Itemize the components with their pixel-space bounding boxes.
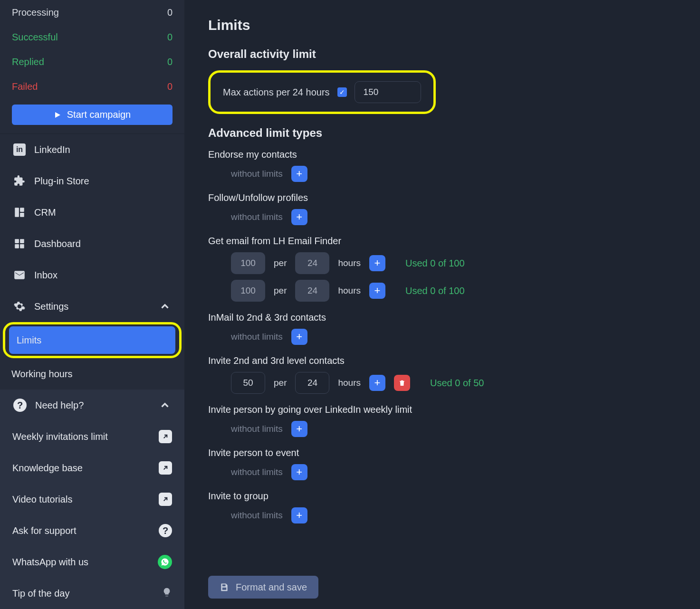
svg-rect-2	[20, 213, 24, 217]
add-limit-button[interactable]: +	[291, 507, 307, 523]
stat-processing: Processing 0	[12, 0, 173, 25]
sidebar: Processing 0 Successful 0 Replied 0 Fail…	[0, 0, 184, 609]
help-tip[interactable]: Tip of the day	[0, 578, 184, 609]
limit-per-input[interactable]	[295, 280, 329, 302]
sub-working-hours[interactable]: Working hours	[0, 358, 184, 390]
limit-follow: Follow/Unfollow profiles without limits …	[208, 192, 676, 225]
nav-inbox[interactable]: Inbox	[0, 259, 184, 291]
limit-count-input[interactable]	[231, 252, 265, 274]
nav-need-help[interactable]: ? Need help?	[0, 390, 184, 421]
stat-failed: Failed 0	[12, 74, 173, 99]
mail-icon	[13, 269, 26, 281]
add-limit-button[interactable]: +	[291, 166, 307, 182]
highlight-limits: Limits	[3, 322, 182, 358]
svg-rect-4	[20, 239, 24, 243]
add-limit-button[interactable]: +	[291, 421, 307, 437]
sub-limits[interactable]: Limits	[9, 326, 175, 354]
linkedin-icon: in	[13, 143, 26, 156]
gear-icon	[13, 300, 26, 313]
overall-heading: Overall activity limit	[208, 48, 676, 61]
start-campaign-button[interactable]: Start campaign	[12, 105, 173, 125]
svg-rect-1	[20, 208, 24, 212]
add-limit-button[interactable]: +	[369, 255, 385, 271]
help-ask-support[interactable]: Ask for support ?	[0, 515, 184, 546]
help-video-tutorials[interactable]: Video tutorials	[0, 484, 184, 515]
chevron-up-icon	[159, 399, 171, 411]
dashboard-icon	[13, 238, 26, 250]
chevron-up-icon	[159, 300, 171, 313]
limit-count-input[interactable]	[231, 280, 265, 302]
external-link-icon	[159, 461, 172, 475]
limit-inmail: InMail to 2nd & 3rd contacts without lim…	[208, 312, 676, 345]
add-limit-button[interactable]: +	[369, 375, 385, 391]
limit-invite-23: Invite 2nd and 3rd level contacts per ho…	[208, 355, 676, 394]
play-icon	[54, 111, 61, 119]
limit-email-finder: Get email from LH Email Finder per hours…	[208, 236, 676, 302]
limit-per-input[interactable]	[295, 252, 329, 274]
page-title: Limits	[208, 17, 676, 33]
limit-invite-event: Invite person to event without limits +	[208, 447, 676, 480]
trash-icon	[398, 379, 406, 387]
external-link-icon	[159, 430, 172, 443]
limit-invite-group: Invite to group without limits +	[208, 491, 676, 523]
limit-endorse: Endorse my contacts without limits +	[208, 149, 676, 182]
limit-count-input[interactable]	[231, 372, 265, 394]
svg-rect-6	[20, 244, 24, 248]
svg-rect-5	[15, 244, 19, 248]
used-text: Used 0 of 100	[405, 258, 465, 269]
stat-successful: Successful 0	[12, 25, 173, 49]
add-limit-button[interactable]: +	[291, 209, 307, 225]
question-icon: ?	[13, 399, 27, 412]
save-bar: Format and save	[208, 576, 318, 599]
limit-invite-weekly: Invite person by going over LinkedIn wee…	[208, 404, 676, 437]
nav-plugin-store[interactable]: Plug-in Store	[0, 165, 184, 197]
add-limit-button[interactable]: +	[291, 464, 307, 480]
overall-limit-label: Max actions per 24 hours	[223, 87, 330, 98]
stats-block: Processing 0 Successful 0 Replied 0 Fail…	[0, 0, 184, 99]
bulb-icon	[162, 587, 172, 600]
help-section: ? Need help? Weekly invitations limit Kn…	[0, 390, 184, 609]
format-save-button[interactable]: Format and save	[208, 576, 318, 599]
external-link-icon	[159, 493, 172, 506]
crm-icon	[13, 206, 26, 219]
help-knowledge-base[interactable]: Knowledge base	[0, 452, 184, 484]
svg-rect-3	[15, 239, 19, 243]
overall-limit-input[interactable]	[355, 81, 421, 103]
save-icon	[220, 582, 229, 592]
advanced-heading: Advanced limit types	[208, 126, 676, 140]
main-content: Limits Overall activity limit Max action…	[184, 0, 700, 609]
add-limit-button[interactable]: +	[291, 329, 307, 345]
used-text: Used 0 of 50	[430, 378, 484, 389]
puzzle-icon	[13, 175, 26, 187]
stat-replied: Replied 0	[12, 49, 173, 74]
nav-dashboard[interactable]: Dashboard	[0, 228, 184, 259]
nav-settings[interactable]: Settings	[0, 291, 184, 322]
nav: in LinkedIn Plug-in Store CRM Dashboard …	[0, 133, 184, 390]
help-whatsapp[interactable]: WhatsApp with us	[0, 546, 184, 578]
svg-rect-0	[15, 208, 19, 217]
nav-crm[interactable]: CRM	[0, 197, 184, 228]
overall-limit-highlight: Max actions per 24 hours ✓	[208, 70, 436, 114]
used-text: Used 0 of 100	[405, 285, 465, 296]
nav-linkedin[interactable]: in LinkedIn	[0, 134, 184, 165]
question-icon: ?	[159, 524, 172, 537]
overall-limit-checkbox[interactable]: ✓	[337, 87, 347, 97]
delete-limit-button[interactable]	[394, 375, 410, 391]
help-weekly-limit[interactable]: Weekly invitations limit	[0, 421, 184, 452]
limit-per-input[interactable]	[295, 372, 329, 394]
add-limit-button[interactable]: +	[369, 283, 385, 299]
whatsapp-icon	[158, 555, 172, 569]
